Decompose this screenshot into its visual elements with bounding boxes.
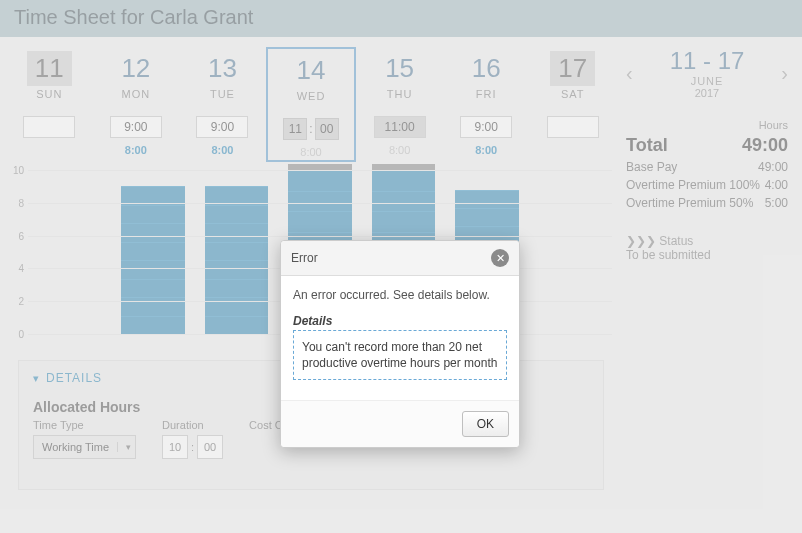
summary-row: Base Pay49:00 bbox=[626, 160, 788, 174]
day-number: 11 bbox=[27, 51, 72, 86]
day-number: 17 bbox=[550, 51, 595, 86]
page-title: Time Sheet for Carla Grant bbox=[0, 0, 802, 37]
y-tick: 4 bbox=[18, 263, 24, 274]
details-header-label: DETAILS bbox=[46, 371, 102, 385]
day-of-week: TUE bbox=[181, 88, 264, 100]
bar-slot bbox=[28, 170, 111, 334]
dialog-message: An error occurred. See details below. bbox=[293, 288, 507, 302]
day-hours-input[interactable] bbox=[547, 116, 599, 138]
day-of-week: WED bbox=[270, 90, 353, 102]
hours-column-label: Hours bbox=[626, 119, 788, 131]
day-col-sat[interactable]: 17SAT bbox=[529, 47, 616, 162]
dropdown-icon: ▾ bbox=[117, 442, 135, 452]
day-of-week: FRI bbox=[445, 88, 528, 100]
day-subvalue: 8:00 bbox=[445, 144, 528, 156]
summary-key: Total bbox=[626, 135, 668, 156]
day-hours-input[interactable]: 9:00 bbox=[110, 116, 162, 138]
ok-button[interactable]: OK bbox=[462, 411, 509, 437]
day-number: 12 bbox=[113, 51, 158, 86]
day-col-fri[interactable]: 16FRI9:008:00 bbox=[443, 47, 530, 162]
day-col-mon[interactable]: 12MON9:008:00 bbox=[93, 47, 180, 162]
bar-slot bbox=[529, 170, 612, 334]
week-range-days: 11 - 17 bbox=[670, 47, 745, 75]
day-hours-input[interactable] bbox=[23, 116, 75, 138]
y-tick: 0 bbox=[18, 329, 24, 340]
summary-key: Overtime Premium 100% bbox=[626, 178, 760, 192]
day-number: 13 bbox=[200, 51, 245, 86]
week-range-month: JUNE bbox=[670, 75, 745, 87]
day-subvalue: 8:00 bbox=[270, 146, 353, 158]
status-label: Status bbox=[659, 234, 693, 248]
summary-value: 4:00 bbox=[765, 178, 788, 192]
status-chevrons-icon: ❯❯❯ bbox=[626, 234, 656, 248]
time-type-select[interactable]: Working Time ▾ bbox=[33, 435, 136, 459]
day-col-tue[interactable]: 13TUE9:008:00 bbox=[179, 47, 266, 162]
col-label-duration: Duration bbox=[162, 419, 223, 431]
summary-row: Overtime Premium 50%5:00 bbox=[626, 196, 788, 210]
summary-value: 49:00 bbox=[758, 160, 788, 174]
summary-row: Total49:00 bbox=[626, 135, 788, 156]
day-of-week: SAT bbox=[531, 88, 614, 100]
next-week-button[interactable]: › bbox=[781, 62, 788, 85]
week-range-year: 2017 bbox=[670, 87, 745, 99]
dialog-details-text: You can't record more than 20 net produc… bbox=[293, 330, 507, 380]
time-type-value: Working Time bbox=[34, 441, 117, 453]
summary-value: 5:00 bbox=[765, 196, 788, 210]
day-col-sun[interactable]: 11SUN bbox=[6, 47, 93, 162]
day-hours-input[interactable]: 9:00 bbox=[196, 116, 248, 138]
y-tick: 8 bbox=[18, 197, 24, 208]
summary-value: 49:00 bbox=[742, 135, 788, 156]
y-tick: 10 bbox=[13, 165, 24, 176]
y-tick: 2 bbox=[18, 296, 24, 307]
day-of-week: SUN bbox=[8, 88, 91, 100]
status-value: To be submitted bbox=[626, 248, 788, 262]
bar-slot bbox=[195, 170, 278, 334]
bar bbox=[205, 186, 268, 334]
day-number: 15 bbox=[377, 51, 422, 86]
day-subvalue: 8:00 bbox=[95, 144, 178, 156]
summary-key: Base Pay bbox=[626, 160, 677, 174]
dialog-title: Error bbox=[291, 251, 318, 265]
day-number: 14 bbox=[289, 53, 334, 88]
bar-slot bbox=[111, 170, 194, 334]
day-of-week: MON bbox=[95, 88, 178, 100]
close-icon[interactable]: ✕ bbox=[491, 249, 509, 267]
day-hours-input[interactable]: 11:00 bbox=[280, 118, 342, 140]
day-subvalue: 8:00 bbox=[181, 144, 264, 156]
day-hours-input[interactable]: 11:00 bbox=[374, 116, 426, 138]
day-of-week: THU bbox=[358, 88, 441, 100]
summary-row: Overtime Premium 100%4:00 bbox=[626, 178, 788, 192]
day-hours-input[interactable]: 9:00 bbox=[460, 116, 512, 138]
week-range: 11 - 17 JUNE 2017 bbox=[670, 47, 745, 99]
prev-week-button[interactable]: ‹ bbox=[626, 62, 633, 85]
y-tick: 6 bbox=[18, 230, 24, 241]
duration-minutes[interactable]: 00 bbox=[197, 435, 223, 459]
duration-input[interactable]: 10 : 00 bbox=[162, 435, 223, 459]
bar bbox=[121, 186, 184, 334]
error-dialog: Error ✕ An error occurred. See details b… bbox=[280, 240, 520, 448]
day-number: 16 bbox=[464, 51, 509, 86]
day-columns: 11SUN12MON9:008:0013TUE9:008:0014WED11:0… bbox=[6, 47, 616, 162]
chevron-down-icon: ▾ bbox=[33, 372, 40, 385]
summary-key: Overtime Premium 50% bbox=[626, 196, 753, 210]
duration-hours[interactable]: 10 bbox=[162, 435, 188, 459]
day-col-wed[interactable]: 14WED11:008:00 bbox=[266, 47, 357, 162]
dialog-details-label: Details bbox=[293, 314, 507, 328]
day-col-thu[interactable]: 15THU11:008:00 bbox=[356, 47, 443, 162]
col-label-time-type: Time Type bbox=[33, 419, 136, 431]
day-subvalue: 8:00 bbox=[358, 144, 441, 156]
